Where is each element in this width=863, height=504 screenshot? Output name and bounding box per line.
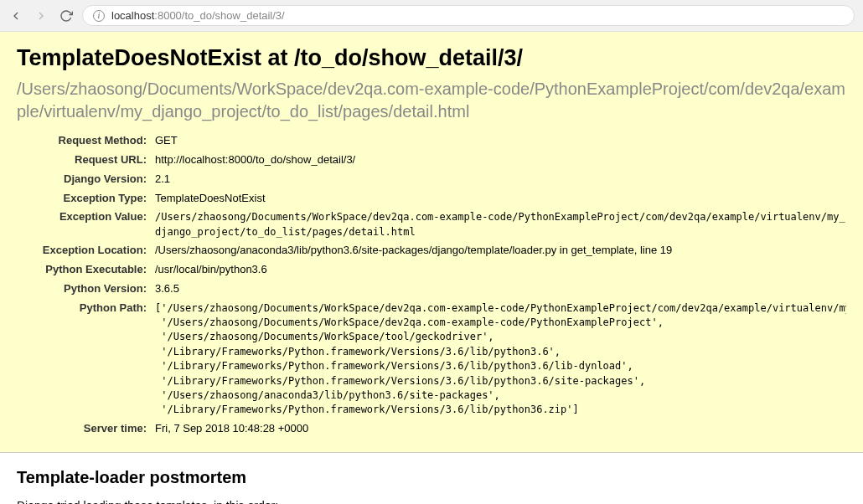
row-exception-type: Exception Type: TemplateDoesNotExist [17,191,846,207]
row-exception-location: Exception Location: /Users/zhaosong/anac… [17,243,846,259]
value-server-time: Fri, 7 Sep 2018 10:48:28 +0000 [155,421,846,437]
value-django-version: 2.1 [155,172,846,188]
row-request-url: Request URL: http://localhost:8000/to_do… [17,152,846,168]
forward-button[interactable] [34,8,49,23]
label-python-version: Python Version: [17,281,155,297]
value-python-version: 3.6.5 [155,281,846,297]
row-python-executable: Python Executable: /usr/local/bin/python… [17,262,846,278]
error-summary: TemplateDoesNotExist at /to_do/show_deta… [0,32,863,453]
label-exception-type: Exception Type: [17,191,155,207]
row-server-time: Server time: Fri, 7 Sep 2018 10:48:28 +0… [17,421,846,437]
row-request-method: Request Method: GET [17,133,846,149]
row-python-path: Python Path: ['/Users/zhaosong/Documents… [17,301,846,418]
label-request-method: Request Method: [17,133,155,149]
label-python-executable: Python Executable: [17,262,155,278]
template-loader-postmortem: Template-loader postmortem Django tried … [0,453,863,504]
reload-button[interactable] [59,8,74,23]
row-python-version: Python Version: 3.6.5 [17,281,846,297]
label-server-time: Server time: [17,421,155,437]
url-path: :8000/to_do/show_detail/3/ [154,9,284,22]
value-exception-value: /Users/zhaosong/Documents/WorkSpace/dev2… [155,210,846,239]
postmortem-intro: Django tried loading these templates, in… [17,499,846,504]
address-bar[interactable]: i localhost:8000/to_do/show_detail/3/ [82,5,855,26]
value-python-path: ['/Users/zhaosong/Documents/WorkSpace/de… [155,301,846,418]
value-exception-location: /Users/zhaosong/anaconda3/lib/python3.6/… [155,243,846,259]
postmortem-heading: Template-loader postmortem [17,468,846,487]
back-button[interactable] [8,8,23,23]
browser-toolbar: i localhost:8000/to_do/show_detail/3/ [0,0,863,32]
value-exception-type: TemplateDoesNotExist [155,191,846,207]
label-request-url: Request URL: [17,152,155,168]
row-exception-value: Exception Value: /Users/zhaosong/Documen… [17,209,846,239]
label-python-path: Python Path: [17,301,155,316]
label-django-version: Django Version: [17,172,155,188]
value-python-executable: /usr/local/bin/python3.6 [155,262,846,278]
nav-buttons [8,8,74,23]
error-subtitle: /Users/zhaosong/Documents/WorkSpace/dev2… [17,78,846,123]
value-request-url: http://localhost:8000/to_do/show_detail/… [155,152,846,168]
value-request-method: GET [155,133,846,149]
row-django-version: Django Version: 2.1 [17,172,846,188]
url-text: localhost:8000/to_do/show_detail/3/ [111,9,285,22]
url-host: localhost [111,9,154,22]
label-exception-value: Exception Value: [17,209,155,225]
site-info-icon[interactable]: i [93,10,105,22]
label-exception-location: Exception Location: [17,243,155,259]
error-title: TemplateDoesNotExist at /to_do/show_deta… [17,45,846,71]
